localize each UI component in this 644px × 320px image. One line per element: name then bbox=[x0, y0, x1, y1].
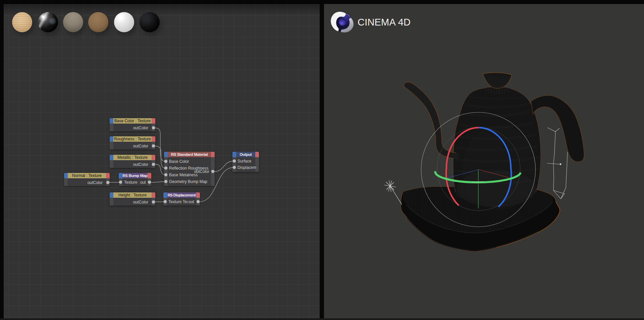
svg-text:CINEMA 4D: CINEMA 4D bbox=[358, 17, 411, 28]
